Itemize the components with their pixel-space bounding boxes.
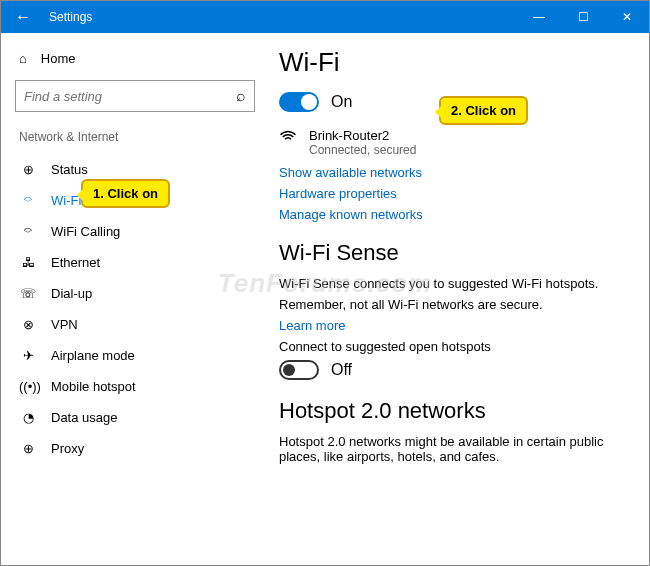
window-title: Settings [45,10,517,24]
sense-toggle-label: Connect to suggested open hotspots [279,339,631,354]
home-nav[interactable]: ⌂ Home [15,45,255,80]
manage-networks-link[interactable]: Manage known networks [279,207,631,222]
page-heading: Wi-Fi [279,47,631,78]
nav-icon: ⌔ [19,193,37,208]
section-label: Network & Internet [19,130,255,144]
callout-1: 1. Click on [81,179,170,208]
network-name: Brink-Router2 [309,128,416,143]
close-button[interactable]: ✕ [605,10,649,24]
sidebar: ⌂ Home ⌕ Network & Internet ⊕Status⌔Wi-F… [1,33,269,565]
nav-item-mobile-hotspot[interactable]: ((•))Mobile hotspot [15,371,255,402]
hotspot-body: Hotspot 2.0 networks might be available … [279,434,631,464]
nav-label: Ethernet [51,255,100,270]
nav-label: Airplane mode [51,348,135,363]
nav-item-airplane-mode[interactable]: ✈Airplane mode [15,340,255,371]
wifi-signal-icon [279,128,297,157]
sense-toggle-state: Off [331,361,352,379]
nav-label: Proxy [51,441,84,456]
maximize-button[interactable]: ☐ [561,10,605,24]
nav-item-wifi-calling[interactable]: ⌔WiFi Calling [15,216,255,247]
nav-icon: ⊕ [19,162,37,177]
current-network[interactable]: Brink-Router2 Connected, secured [279,128,631,157]
hardware-properties-link[interactable]: Hardware properties [279,186,631,201]
nav-label: Status [51,162,88,177]
home-label: Home [41,51,76,66]
callout-2: 2. Click on [439,96,528,125]
nav-icon: ⊕ [19,441,37,456]
sense-heading: Wi-Fi Sense [279,240,631,266]
back-button[interactable]: ← [1,8,45,26]
nav-item-dial-up[interactable]: ☏Dial-up [15,278,255,309]
nav-icon: ((•)) [19,379,37,394]
nav-icon: 🖧 [19,255,37,270]
wifi-toggle-label: On [331,93,352,111]
minimize-button[interactable]: — [517,10,561,24]
nav-item-proxy[interactable]: ⊕Proxy [15,433,255,464]
learn-more-link[interactable]: Learn more [279,318,631,333]
sense-toggle[interactable] [279,360,319,380]
nav-item-vpn[interactable]: ⊗VPN [15,309,255,340]
nav-icon: ☏ [19,286,37,301]
show-networks-link[interactable]: Show available networks [279,165,631,180]
home-icon: ⌂ [19,51,27,66]
nav-label: Mobile hotspot [51,379,136,394]
nav-label: Data usage [51,410,118,425]
hotspot-heading: Hotspot 2.0 networks [279,398,631,424]
nav-label: WiFi Calling [51,224,120,239]
nav-icon: ✈ [19,348,37,363]
nav-item-ethernet[interactable]: 🖧Ethernet [15,247,255,278]
titlebar: ← Settings — ☐ ✕ [1,1,649,33]
nav-label: Dial-up [51,286,92,301]
nav-icon: ⌔ [19,224,37,239]
network-status: Connected, secured [309,143,416,157]
nav-icon: ⊗ [19,317,37,332]
sense-body2: Remember, not all Wi-Fi networks are sec… [279,297,631,312]
search-box[interactable]: ⌕ [15,80,255,112]
nav-label: VPN [51,317,78,332]
nav-item-data-usage[interactable]: ◔Data usage [15,402,255,433]
search-icon: ⌕ [236,87,246,105]
wifi-toggle[interactable] [279,92,319,112]
nav-icon: ◔ [19,410,37,425]
sense-body1: Wi-Fi Sense connects you to suggested Wi… [279,276,631,291]
search-input[interactable] [24,89,236,104]
